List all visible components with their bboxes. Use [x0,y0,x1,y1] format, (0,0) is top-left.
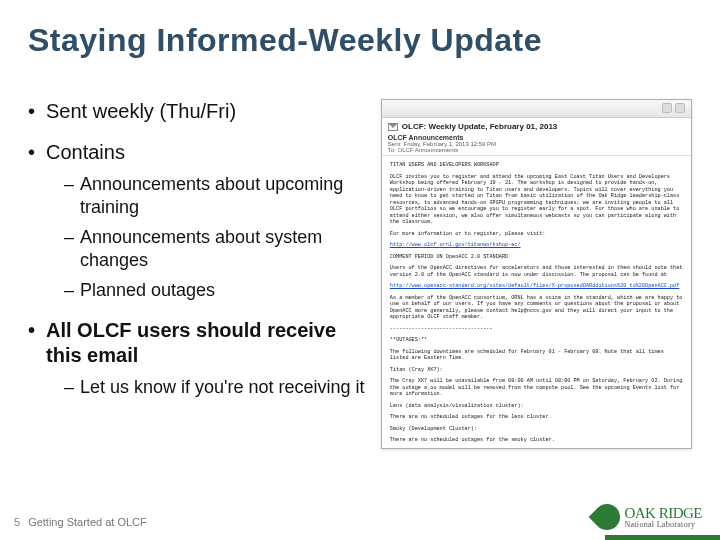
slide-footer: 5 Getting Started at OLCF [14,516,147,528]
bullet-text: Sent weekly (Thu/Fri) [46,100,236,122]
email-toolbar [382,100,691,118]
footer-text: Getting Started at OLCF [28,516,147,528]
email-from: OLCF Announcements [388,134,685,141]
email-link: http://www.openacc-standard.org/sites/de… [390,283,680,289]
email-link: http://www.olcf.ornl.gov/titanworkshop-e… [390,242,521,248]
email-body: TITAN USERS AND DEVELOPERS WORKSHOP OLCF… [382,156,691,449]
sub-text: Announcements about system changes [80,227,322,270]
leaf-icon [589,499,626,536]
logo-text: OAK RIDGE National Laboratory [624,506,702,529]
bullet-list: Sent weekly (Thu/Fri) Contains Announcem… [28,99,369,398]
email-label: Lens (data analysis/visualization cluste… [390,403,683,410]
bullet-item: Sent weekly (Thu/Fri) [28,99,369,124]
logo-line1: OAK RIDGE [624,506,702,521]
content-row: Sent weekly (Thu/Fri) Contains Announcem… [28,99,692,449]
slide-title: Staying Informed-Weekly Update [28,22,692,59]
sub-text: Let us know if you're not receiving it [80,377,365,397]
window-buttons [662,103,685,113]
email-section-title: TITAN USERS AND DEVELOPERS WORKSHOP [390,162,683,169]
envelope-icon [388,123,398,131]
email-section-title: COMMENT PERIOD ON OpenACC 2.0 STANDARD [390,254,683,261]
sub-list: Let us know if you're not receiving it [46,376,369,399]
slide: Staying Informed-Weekly Update Sent week… [0,0,720,540]
email-paragraph: For more information or to register, ple… [390,231,683,238]
email-section-title: **OUTAGES:** [390,337,683,344]
email-paragraph: Users of the OpenACC directives for acce… [390,265,683,278]
email-paragraph: There are no scheduled outages for the l… [390,414,683,421]
oak-ridge-logo: OAK RIDGE National Laboratory [594,504,702,530]
email-paragraph: The Cray XK7 will be unavailable from 08… [390,378,683,398]
sub-item: Let us know if you're not receiving it [64,376,369,399]
sub-list: Announcements about upcoming training An… [46,173,369,302]
bullet-text: All OLCF users should receive this email [46,319,336,366]
email-header: OLCF: Weekly Update, February 01, 2013 O… [382,118,691,156]
bullet-item-bold: All OLCF users should receive this email… [28,318,369,399]
email-subject-row: OLCF: Weekly Update, February 01, 2013 [388,122,685,131]
email-subject: OLCF: Weekly Update, February 01, 2013 [402,122,557,131]
text-column: Sent weekly (Thu/Fri) Contains Announcem… [28,99,369,449]
sub-item: Announcements about upcoming training [64,173,369,218]
bullet-item: Contains Announcements about upcoming tr… [28,140,369,302]
sub-text: Announcements about upcoming training [80,174,343,217]
email-to: To: OLCF Announcements [388,147,685,153]
accent-bar [605,535,720,540]
logo-line2: National Laboratory [624,521,702,529]
email-label: Smoky (Development Cluster): [390,426,683,433]
bullet-text: Contains [46,141,125,163]
email-separator: --------------------------------- [390,326,683,333]
email-label: Titan (Cray XK7): [390,367,683,374]
sub-text: Planned outages [80,280,215,300]
sub-item: Planned outages [64,279,369,302]
email-paragraph: As a member of the OpenACC consortium, O… [390,295,683,321]
email-paragraph: OLCF invites you to register and attend … [390,174,683,226]
page-number: 5 [14,516,20,528]
sub-item: Announcements about system changes [64,226,369,271]
email-paragraph: The following downtimes are scheduled fo… [390,349,683,362]
email-screenshot: OLCF: Weekly Update, February 01, 2013 O… [381,99,692,449]
email-paragraph: There are no scheduled outages for the s… [390,437,683,444]
